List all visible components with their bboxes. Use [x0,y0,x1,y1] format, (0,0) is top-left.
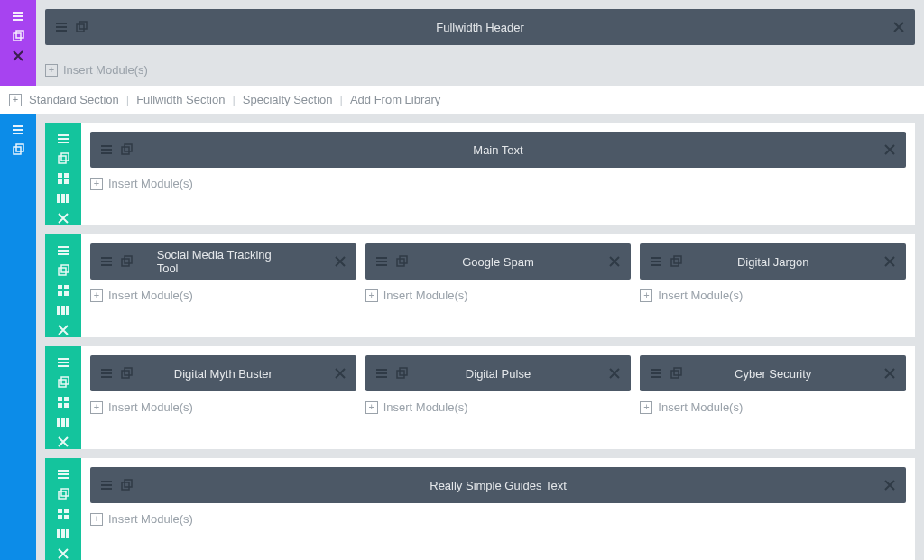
copy-icon[interactable] [394,254,409,269]
module[interactable]: Cyber Security [640,355,906,391]
hamburger-icon[interactable] [99,478,114,492]
close-icon[interactable] [607,254,622,269]
plus-icon: + [90,401,103,414]
plus-icon: + [90,289,103,302]
hamburger-icon[interactable] [374,366,389,381]
columns-icon[interactable] [56,191,70,206]
copy-icon[interactable] [74,20,88,34]
insert-module-link[interactable]: +Insert Module(s) [90,512,906,526]
plus-icon: + [640,401,652,414]
module[interactable]: Digital Myth Buster [90,355,356,391]
module[interactable]: Digital Jargon [640,243,906,280]
module[interactable]: Google Spam [365,243,632,280]
hamburger-icon[interactable] [11,9,25,23]
insert-module-label: Insert Module(s) [108,400,193,414]
insert-module-link[interactable]: +Insert Module(s) [90,289,356,302]
columns-icon[interactable] [56,415,70,429]
module-fullwidth-header[interactable]: Fullwidth Header [45,9,915,45]
row-handle[interactable] [45,346,81,449]
module-title: Digital Myth Buster [174,367,273,381]
copy-icon[interactable] [11,142,25,157]
copy-icon[interactable] [119,254,134,269]
grid-icon[interactable] [56,171,70,186]
copy-icon[interactable] [394,366,409,381]
close-icon[interactable] [882,366,897,381]
insert-module-link[interactable]: + Insert Module(s) [90,177,906,190]
hamburger-icon[interactable] [56,467,70,482]
hamburger-icon[interactable] [99,254,114,269]
insert-module-link[interactable]: +Insert Module(s) [365,400,632,414]
close-icon[interactable] [607,366,622,381]
copy-icon[interactable] [119,366,134,381]
module[interactable]: Digital Pulse [365,355,632,391]
copy-icon[interactable] [56,375,70,390]
plus-icon: + [9,94,22,106]
hamburger-icon[interactable] [56,243,70,258]
close-icon[interactable] [56,323,70,337]
columns-icon[interactable] [56,303,70,317]
grid-icon[interactable] [56,507,70,521]
copy-icon[interactable] [119,142,134,157]
plus-icon: + [365,401,378,414]
hamburger-icon[interactable] [56,355,70,370]
hamburger-icon[interactable] [649,366,663,381]
module[interactable]: Social Media Tracking Tool [90,243,356,280]
insert-module-label: Insert Module(s) [658,400,743,414]
insert-module-label: Insert Module(s) [658,289,743,302]
close-icon[interactable] [882,478,897,492]
add-from-library[interactable]: Add From Library [350,93,440,106]
copy-icon[interactable] [119,478,134,492]
close-icon[interactable] [892,20,906,34]
close-icon[interactable] [333,254,347,269]
module-title: Digital Pulse [466,367,531,381]
add-specialty-section[interactable]: Specialty Section [243,93,333,106]
copy-icon[interactable] [11,29,25,43]
module-title: Main Text [473,143,522,157]
grid-icon[interactable] [56,283,70,298]
fullwidth-section: Fullwidth Header + Insert Module(s) [0,0,924,86]
copy-icon[interactable] [56,487,70,501]
close-icon[interactable] [56,435,70,449]
add-fullwidth-section[interactable]: Fullwidth Section [136,93,225,106]
close-icon[interactable] [882,142,897,157]
add-standard-section[interactable]: Standard Section [29,93,119,106]
hamburger-icon[interactable] [99,142,114,157]
grid-icon[interactable] [56,395,70,409]
insert-module-link[interactable]: +Insert Module(s) [640,289,906,302]
hamburger-icon[interactable] [649,254,663,269]
close-icon[interactable] [56,546,70,560]
copy-icon[interactable] [56,151,70,166]
row-handle[interactable] [45,234,81,337]
plus-icon: + [90,513,103,526]
module[interactable]: Really Simple Guides Text [90,467,906,503]
module-main-text[interactable]: Main Text [90,132,906,168]
insert-module-link[interactable]: + Insert Module(s) [45,63,915,77]
copy-icon[interactable] [56,263,70,278]
insert-module-link[interactable]: +Insert Module(s) [640,400,906,414]
close-icon[interactable] [882,254,897,269]
insert-module-link[interactable]: +Insert Module(s) [90,400,356,414]
insert-module-label: Insert Module(s) [63,63,148,77]
plus-icon: + [90,178,103,190]
copy-icon[interactable] [669,366,683,381]
columns-icon[interactable] [56,527,70,541]
fullwidth-section-handle[interactable] [0,0,36,86]
close-icon[interactable] [333,366,347,381]
copy-icon[interactable] [669,254,683,269]
row-handle[interactable] [45,458,81,560]
row: Digital Myth Buster +Insert Module(s) Di… [45,346,915,449]
row-handle[interactable] [45,123,81,225]
hamburger-icon[interactable] [99,366,114,381]
plus-icon: + [365,289,378,302]
hamburger-icon[interactable] [54,20,69,34]
plus-icon: + [640,289,652,302]
standard-section-handle[interactable] [0,114,36,560]
close-icon[interactable] [11,49,25,63]
insert-module-link[interactable]: +Insert Module(s) [365,289,632,302]
close-icon[interactable] [56,211,70,225]
hamburger-icon[interactable] [11,123,25,137]
fullwidth-section-body: Fullwidth Header + Insert Module(s) [36,0,924,86]
hamburger-icon[interactable] [56,132,70,146]
hamburger-icon[interactable] [374,254,389,269]
module-title: Cyber Security [735,367,811,381]
